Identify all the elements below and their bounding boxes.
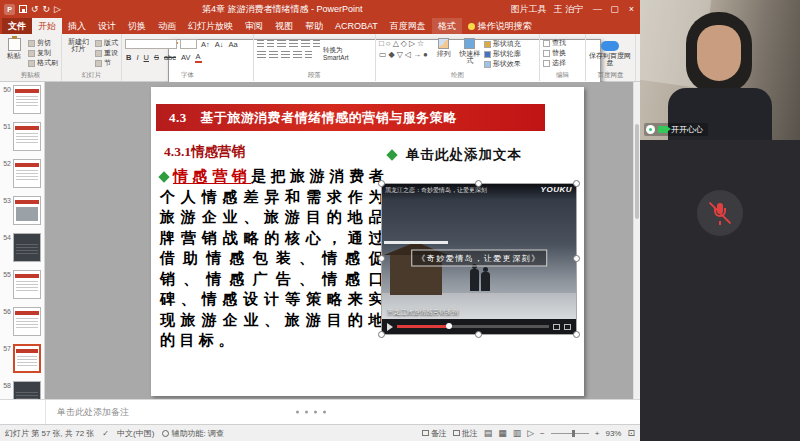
- slideshow-view-icon[interactable]: ▷: [527, 428, 534, 438]
- thumbnail-slide-55[interactable]: 55: [1, 270, 41, 300]
- underline-button[interactable]: U: [143, 53, 150, 62]
- comments-toggle[interactable]: 批注: [453, 428, 478, 439]
- strikethrough-button[interactable]: S: [153, 53, 160, 62]
- font-color-button[interactable]: A: [195, 52, 202, 63]
- save-icon[interactable]: [19, 5, 27, 13]
- grow-font-button[interactable]: A↑: [200, 40, 211, 49]
- zoom-slider[interactable]: [551, 433, 589, 434]
- selection-handle[interactable]: [475, 331, 482, 338]
- tab-picture-format[interactable]: 格式: [432, 18, 462, 34]
- restore-button[interactable]: ▢: [606, 0, 623, 18]
- scrollbar-thumb[interactable]: [635, 124, 639, 219]
- reading-view-icon[interactable]: ▥: [513, 428, 522, 438]
- font-size-input[interactable]: [180, 39, 197, 49]
- align-center-icon[interactable]: [269, 51, 278, 58]
- thumbnail-slide-56[interactable]: 56: [1, 307, 41, 337]
- undo-icon[interactable]: ↺: [31, 4, 39, 14]
- copy-button[interactable]: 复制: [28, 49, 58, 57]
- thumbnail-slide-58[interactable]: 58: [1, 381, 41, 399]
- zoom-level[interactable]: 93%: [605, 429, 621, 438]
- bold-button[interactable]: B: [125, 53, 132, 62]
- indent-increase-icon[interactable]: [289, 40, 298, 47]
- notes-toggle[interactable]: 备注: [422, 428, 447, 439]
- tab-review[interactable]: 审阅: [239, 18, 269, 34]
- progress-bar[interactable]: [397, 325, 549, 328]
- tab-view[interactable]: 视图: [269, 18, 299, 34]
- change-case-button[interactable]: Aa: [228, 40, 239, 49]
- shape-fill-button[interactable]: 形状填充: [484, 40, 521, 48]
- new-slide-button[interactable]: 新建幻灯片: [65, 36, 92, 72]
- format-painter-button[interactable]: 格式刷: [28, 59, 58, 67]
- slide-body-textbox[interactable]: 情感营销是把旅游消费者个人情感差异和需求作为旅游企业、旅游目的地品牌营销战略的核…: [160, 166, 388, 351]
- font-name-input[interactable]: [125, 39, 177, 49]
- thumbnail-slide-53[interactable]: 53: [1, 196, 41, 226]
- close-button[interactable]: ×: [623, 0, 640, 18]
- selection-handle[interactable]: [378, 331, 385, 338]
- tab-design[interactable]: 设计: [92, 18, 122, 34]
- slide-subheading[interactable]: 4.3.1情感营销: [164, 143, 245, 161]
- selection-handle[interactable]: [573, 180, 580, 187]
- normal-view-icon[interactable]: ▤: [484, 428, 493, 438]
- tab-acrobat[interactable]: ACROBAT: [329, 18, 384, 34]
- slide-sorter-view-icon[interactable]: ▦: [498, 428, 507, 438]
- selection-handle[interactable]: [475, 180, 482, 187]
- video-frame[interactable]: 黑龙江之恋：奇妙爱情岛，让爱更深刻 YOUKU 《奇妙爱情岛，让爱更深刻》 黑龙…: [382, 184, 576, 319]
- tab-help[interactable]: 帮助: [299, 18, 329, 34]
- tab-animations[interactable]: 动画: [152, 18, 182, 34]
- fit-to-window-icon[interactable]: ⊡: [627, 428, 635, 438]
- reset-button[interactable]: 重设: [95, 49, 118, 57]
- microphone-mute-button[interactable]: [697, 190, 743, 236]
- start-slideshow-icon[interactable]: ▷: [54, 4, 61, 14]
- play-icon[interactable]: [387, 323, 393, 331]
- shape-outline-button[interactable]: 形状轮廓: [484, 50, 521, 58]
- tab-transitions[interactable]: 切换: [122, 18, 152, 34]
- tab-insert[interactable]: 插入: [62, 18, 92, 34]
- cut-button[interactable]: 剪切: [28, 39, 58, 47]
- thumbnail-slide-57-selected[interactable]: 57: [1, 344, 41, 374]
- notes-placeholder[interactable]: 单击此处添加备注: [57, 406, 129, 419]
- bullets-icon[interactable]: [257, 40, 264, 47]
- save-to-baidu-button[interactable]: 保存到百度网盘: [589, 36, 631, 72]
- volume-icon[interactable]: [553, 324, 560, 330]
- convert-smartart-button[interactable]: 转换为 SmartArt: [323, 46, 359, 62]
- selection-handle[interactable]: [573, 255, 580, 262]
- align-left-icon[interactable]: [257, 51, 266, 58]
- notes-pane[interactable]: 单击此处添加备注: [0, 399, 640, 424]
- selection-handle[interactable]: [573, 331, 580, 338]
- account-name[interactable]: 王 泊宁: [553, 3, 583, 16]
- thumbnail-slide-52[interactable]: 52: [1, 159, 41, 189]
- slide-57-canvas[interactable]: 4.3 基于旅游消费者情绪情感的营销与服务策略 4.3.1情感营销 情感营销是把…: [151, 87, 584, 396]
- justify-icon[interactable]: [293, 51, 302, 58]
- columns-icon[interactable]: [305, 51, 312, 58]
- shape-effects-button[interactable]: 形状效果: [484, 60, 521, 68]
- progress-knob[interactable]: [446, 323, 452, 329]
- layout-button[interactable]: 版式: [95, 39, 118, 47]
- vertical-scrollbar[interactable]: [633, 82, 640, 399]
- selection-handle[interactable]: [378, 255, 385, 262]
- select-button[interactable]: 选择: [543, 59, 566, 67]
- zoom-in-button[interactable]: +: [595, 429, 600, 438]
- shrink-font-button[interactable]: A↓: [214, 40, 225, 49]
- accessibility-status[interactable]: 辅助功能: 调查: [162, 428, 223, 439]
- thumbnail-slide-51[interactable]: 51: [1, 122, 41, 152]
- clear-format-button[interactable]: abc: [163, 53, 177, 62]
- fullscreen-icon[interactable]: [564, 324, 571, 330]
- arrange-button[interactable]: 排列: [433, 38, 455, 72]
- language-status[interactable]: 中文(中国): [117, 428, 154, 439]
- italic-button[interactable]: I: [135, 53, 139, 62]
- redo-icon[interactable]: ↻: [43, 4, 51, 14]
- align-right-icon[interactable]: [281, 51, 290, 58]
- section-button[interactable]: 节: [95, 59, 118, 67]
- tab-slideshow[interactable]: 幻灯片放映: [182, 18, 239, 34]
- quick-styles-button[interactable]: 快速样式: [459, 38, 481, 72]
- replace-button[interactable]: 替换: [543, 49, 566, 57]
- thumbnail-slide-54[interactable]: 54: [1, 233, 41, 263]
- text-direction-icon[interactable]: [313, 40, 320, 47]
- tab-file[interactable]: 文件: [2, 18, 32, 34]
- slide-counter[interactable]: 幻灯片 第 57 张, 共 72 张: [5, 428, 94, 439]
- tab-baidu[interactable]: 百度网盘: [384, 18, 432, 34]
- tab-home[interactable]: 开始: [32, 18, 62, 34]
- selection-handle[interactable]: [378, 180, 385, 187]
- line-spacing-icon[interactable]: [301, 40, 310, 47]
- paste-button[interactable]: 粘贴: [3, 36, 25, 72]
